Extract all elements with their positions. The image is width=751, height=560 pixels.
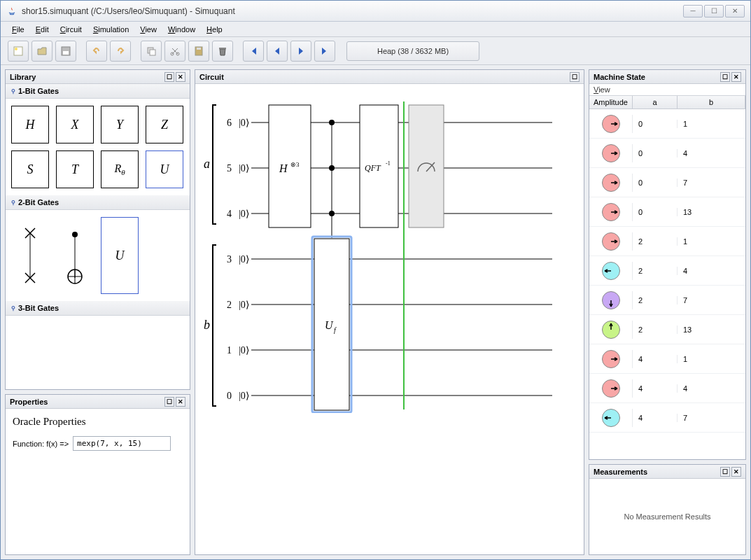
svg-text:1: 1 (227, 345, 232, 356)
state-row[interactable]: 24 (589, 256, 745, 286)
properties-panel: Properties ☐ ✕ Oracle Properties Functio… (5, 394, 190, 555)
library-panel: Library ☐ ✕ ⚲1-Bit Gates H X Y Z S T Rθ … (5, 69, 190, 390)
panel-dock-button[interactable]: ☐ (720, 467, 730, 477)
new-button[interactable] (8, 41, 29, 62)
open-button[interactable] (31, 41, 52, 62)
measurements-panel: Measurements ☐ ✕ No Measurement Results (589, 464, 746, 555)
svg-rect-3 (63, 51, 69, 55)
svg-text:-1: -1 (386, 160, 391, 167)
panel-dock-button[interactable]: ☐ (720, 72, 730, 82)
svg-text:3: 3 (227, 254, 232, 265)
panel-dock-button[interactable]: ☐ (164, 397, 174, 407)
menu-help[interactable]: Help (202, 24, 227, 35)
toolbar: Heap (38 / 3632 MB) (1, 37, 750, 65)
state-view-menu[interactable]: View (589, 84, 745, 96)
app-window: shor15.simuquant (/C:/Users/leo/Simuquan… (0, 0, 751, 560)
circuit-canvas[interactable]: a b 6|0⟩ 5|0⟩ 4|0⟩ (195, 84, 584, 554)
section-2bit[interactable]: ⚲2-Bit Gates (6, 195, 190, 210)
svg-text:a: a (204, 157, 210, 171)
maximize-button[interactable]: ☐ (704, 5, 724, 18)
measurements-msg: No Measurement Results (589, 479, 745, 554)
menu-simulation[interactable]: Simulation (89, 24, 133, 35)
next-button[interactable] (290, 41, 311, 62)
panel-close-button[interactable]: ✕ (176, 397, 185, 407)
heap-indicator[interactable]: Heap (38 / 3632 MB) (346, 41, 479, 61)
svg-text:4: 4 (227, 209, 232, 219)
prev-button[interactable] (267, 41, 288, 62)
menu-edit[interactable]: Edit (31, 24, 53, 35)
state-header: Amplitude a b (589, 96, 745, 109)
gate-y[interactable]: Y (101, 106, 139, 144)
delete-button[interactable] (212, 41, 233, 62)
state-row[interactable]: 013 (589, 197, 745, 227)
svg-point-44 (329, 120, 335, 125)
save-button[interactable] (55, 41, 76, 62)
gate-cu[interactable]: U (101, 217, 139, 294)
state-row[interactable]: 04 (589, 139, 745, 168)
properties-heading: Oracle Properties (13, 416, 183, 428)
state-row[interactable]: 213 (589, 315, 745, 344)
svg-text:5: 5 (227, 163, 232, 174)
last-button[interactable] (314, 41, 335, 62)
redo-button[interactable] (110, 41, 131, 62)
first-button[interactable] (243, 41, 264, 62)
state-row[interactable]: 07 (589, 168, 745, 197)
state-rows[interactable]: 010407013212427213414447 (589, 109, 745, 459)
svg-text:|0⟩: |0⟩ (239, 300, 249, 310)
paste-button[interactable] (188, 41, 209, 62)
gate-rtheta[interactable]: Rθ (101, 150, 139, 188)
circuit-title: Circuit (199, 73, 568, 81)
panel-close-button[interactable]: ✕ (731, 72, 741, 82)
svg-text:QFT: QFT (365, 163, 381, 173)
section-3bit[interactable]: ⚲3-Bit Gates (6, 301, 190, 316)
undo-button[interactable] (86, 41, 107, 62)
function-input[interactable] (73, 436, 171, 451)
svg-point-1 (15, 48, 17, 50)
window-title: shor15.simuquant (/C:/Users/leo/Simuquan… (22, 6, 683, 16)
java-icon (6, 6, 17, 17)
svg-text:⊗3: ⊗3 (290, 161, 300, 168)
gate-u[interactable]: U (146, 150, 183, 188)
svg-rect-54 (409, 105, 444, 227)
svg-text:H: H (279, 162, 288, 174)
panel-dock-button[interactable]: ☐ (164, 72, 174, 82)
state-row[interactable]: 41 (589, 344, 745, 374)
gate-h[interactable]: H (11, 106, 49, 144)
minimize-button[interactable]: ─ (683, 5, 703, 18)
gate-swap[interactable] (11, 220, 49, 290)
svg-rect-40 (269, 105, 311, 227)
cut-button[interactable] (164, 41, 185, 62)
panel-close-button[interactable]: ✕ (731, 467, 741, 477)
menu-view[interactable]: View (136, 24, 161, 35)
function-label: Function: f(x) => (13, 440, 69, 448)
menu-file[interactable]: File (8, 24, 29, 35)
properties-title: Properties (10, 398, 163, 406)
close-button[interactable]: ✕ (725, 5, 745, 18)
panel-dock-button[interactable]: ☐ (570, 72, 580, 82)
state-row[interactable]: 01 (589, 109, 745, 139)
state-row[interactable]: 44 (589, 374, 745, 403)
svg-point-45 (329, 165, 335, 171)
gate-z[interactable]: Z (146, 106, 183, 144)
gate-cnot[interactable] (56, 220, 94, 290)
titlebar: shor15.simuquant (/C:/Users/leo/Simuquan… (1, 1, 750, 22)
svg-text:b: b (204, 318, 210, 332)
panel-close-button[interactable]: ✕ (176, 72, 185, 82)
gate-s[interactable]: S (11, 150, 49, 188)
library-title: Library (10, 73, 163, 81)
svg-text:|0⟩: |0⟩ (239, 118, 249, 128)
copy-button[interactable] (141, 41, 162, 62)
section-1bit[interactable]: ⚲1-Bit Gates (6, 84, 190, 99)
svg-rect-9 (197, 48, 201, 50)
state-row[interactable]: 47 (589, 403, 745, 433)
gate-x[interactable]: X (56, 106, 94, 144)
menu-circuit[interactable]: Circuit (56, 24, 86, 35)
svg-rect-10 (219, 48, 226, 49)
svg-text:|0⟩: |0⟩ (239, 254, 249, 265)
state-row[interactable]: 21 (589, 227, 745, 256)
machine-state-title: Machine State (594, 73, 719, 81)
state-row[interactable]: 27 (589, 286, 745, 315)
svg-text:|0⟩: |0⟩ (239, 391, 249, 401)
gate-t[interactable]: T (56, 150, 94, 188)
menu-window[interactable]: Window (164, 24, 199, 35)
